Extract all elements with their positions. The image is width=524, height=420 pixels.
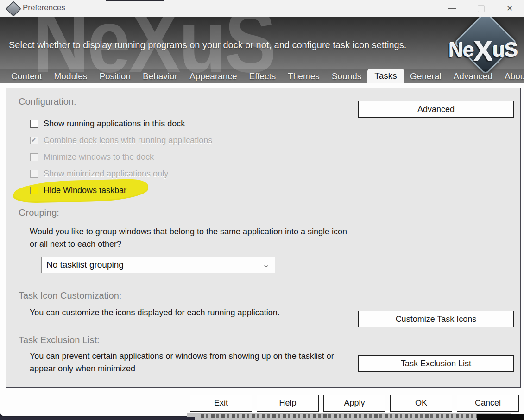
tab-content[interactable]: Content xyxy=(5,69,48,83)
task-icon-customization-label: Task Icon Customization: xyxy=(19,290,121,301)
chevron-down-icon: ⌄ xyxy=(262,261,271,269)
tab-tasks[interactable]: Tasks xyxy=(367,69,404,83)
help-button[interactable]: Help xyxy=(257,395,319,412)
window-title: Preferences xyxy=(23,3,65,13)
nexus-logo-text: NeXuS xyxy=(442,34,524,67)
tasks-panel: Configuration: Show running applications… xyxy=(6,88,521,388)
grouping-question: Would you like to group windows that bel… xyxy=(30,226,349,251)
tasklist-grouping-dropdown[interactable]: No tasklist grouping ⌄ xyxy=(41,257,275,273)
checkbox-label: Combine dock icons with running applicat… xyxy=(44,136,212,145)
checkbox-label: Show minimized applications only xyxy=(44,169,168,179)
minimize-button[interactable]: — xyxy=(438,0,467,17)
background-window-peek-top xyxy=(106,0,164,1)
task-exclusion-description: You can prevent certain applications or … xyxy=(30,350,335,375)
task-icon-customization-description: You can customize the icons displayed fo… xyxy=(30,307,354,319)
tab-description: Select whether to display running progra… xyxy=(9,40,412,50)
tab-advanced[interactable]: Advanced xyxy=(447,69,499,83)
checkbox-icon xyxy=(30,170,38,178)
cancel-button[interactable]: Cancel xyxy=(457,395,519,412)
checkbox-minimize-to-dock: Minimize windows to the dock xyxy=(30,151,154,163)
checkbox-hide-windows-taskbar[interactable]: Hide Windows taskbar xyxy=(30,184,126,196)
tab-bar: Content Modules Position Behavior Appear… xyxy=(0,69,524,83)
tab-effects[interactable]: Effects xyxy=(243,69,282,83)
task-exclusion-label: Task Exclusion List: xyxy=(19,335,100,345)
tab-themes[interactable]: Themes xyxy=(282,69,326,83)
checkbox-label: Minimize windows to the dock xyxy=(44,152,154,162)
tab-general[interactable]: General xyxy=(404,69,448,83)
configuration-label: Configuration: xyxy=(19,96,76,107)
customize-task-icons-button[interactable]: Customize Task Icons xyxy=(358,311,514,327)
tab-sounds[interactable]: Sounds xyxy=(326,69,367,83)
title-bar: Preferences — ✕ xyxy=(0,0,524,17)
checkbox-icon[interactable] xyxy=(30,120,38,128)
background-window-strip xyxy=(187,413,511,420)
app-diamond-icon xyxy=(6,1,21,17)
tab-position[interactable]: Position xyxy=(93,69,137,83)
tab-appearance[interactable]: Appearance xyxy=(183,69,243,83)
checkbox-label: Hide Windows taskbar xyxy=(44,186,126,195)
apply-button[interactable]: Apply xyxy=(323,395,385,412)
task-exclusion-list-button[interactable]: Task Exclusion List xyxy=(358,355,514,372)
preferences-window: Preferences — ✕ NeXuS Select whether to … xyxy=(0,0,524,416)
background-window-black-bar xyxy=(477,414,524,420)
checkbox-show-running-apps[interactable]: Show running applications in this dock xyxy=(30,118,185,130)
tab-modules[interactable]: Modules xyxy=(48,69,94,83)
exit-button[interactable]: Exit xyxy=(190,395,252,412)
ok-button[interactable]: OK xyxy=(390,395,452,412)
checkbox-icon xyxy=(30,137,38,144)
tab-behavior[interactable]: Behavior xyxy=(137,69,183,83)
tab-about[interactable]: About xyxy=(499,69,524,83)
close-button[interactable]: ✕ xyxy=(495,0,524,17)
dialog-footer: Exit Help Apply OK Cancel xyxy=(0,388,524,416)
background-window-text xyxy=(201,414,507,418)
background-window-bottom-bar xyxy=(0,417,195,420)
header-banner: NeXuS Select whether to display running … xyxy=(0,17,524,83)
maximize-button[interactable] xyxy=(467,0,495,17)
checkbox-show-minimized-only: Show minimized applications only xyxy=(30,168,168,180)
advanced-button[interactable]: Advanced xyxy=(358,101,514,118)
checkbox-label: Show running applications in this dock xyxy=(44,119,185,129)
checkbox-icon xyxy=(30,153,38,161)
checkbox-icon[interactable] xyxy=(30,187,38,194)
dropdown-value: No tasklist grouping xyxy=(46,260,124,270)
maximize-icon xyxy=(478,5,485,12)
window-controls: — ✕ xyxy=(438,0,524,17)
grouping-label: Grouping: xyxy=(19,207,59,218)
checkbox-combine-dock-icons: Combine dock icons with running applicat… xyxy=(30,134,212,146)
tasks-page: Configuration: Show running applications… xyxy=(0,83,524,416)
